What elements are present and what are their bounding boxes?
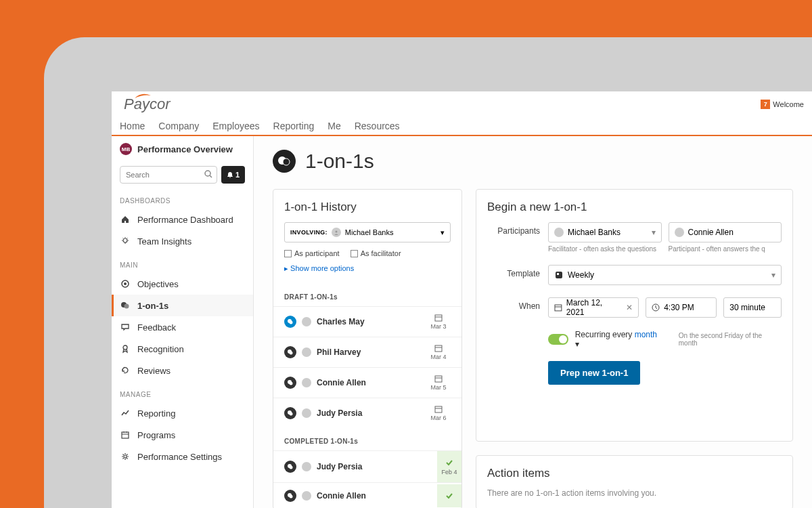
brand-logo: Paycor — [120, 96, 170, 113]
nav-company[interactable]: Company — [158, 121, 199, 131]
svg-rect-36 — [435, 406, 442, 412]
when-row: When March 12, 2021 ✕ 4:30 PM 30 minut — [487, 297, 782, 318]
nav-employees[interactable]: Employees — [212, 121, 259, 131]
recurring-text: Recurring every month ▾ — [575, 330, 662, 349]
welcome-area[interactable]: 7 Welcome — [761, 100, 804, 109]
svg-line-6 — [123, 238, 124, 239]
template-label: Template — [487, 265, 540, 278]
chat-bubble-icon — [284, 316, 296, 328]
sidebar-item-label: Reviews — [137, 366, 171, 376]
svg-point-39 — [290, 466, 293, 469]
recurring-toggle[interactable] — [548, 334, 568, 345]
participants-label: Participants — [487, 222, 540, 236]
recurring-prefix: Recurring every — [575, 330, 635, 339]
sidebar-item-label: Programs — [137, 430, 175, 440]
svg-rect-14 — [122, 432, 129, 438]
caret-down-icon: ▾ — [441, 228, 445, 237]
history-row[interactable]: Charles May Mar 3 — [273, 306, 461, 337]
calendar-icon — [120, 429, 131, 440]
sidebar-item-label: Reporting — [137, 408, 175, 419]
facilitator-select[interactable]: Michael Banks ▾ — [548, 222, 662, 242]
target-icon — [120, 278, 131, 289]
template-row: Template Weekly ▾ — [487, 265, 782, 285]
svg-rect-44 — [555, 305, 562, 311]
trend-icon — [120, 408, 131, 419]
history-row[interactable]: Phil Harvey Mar 4 — [273, 337, 461, 367]
avatar-icon — [554, 228, 564, 237]
nav-reporting[interactable]: Reporting — [273, 121, 315, 131]
welcome-text: Welcome — [773, 100, 804, 108]
caret-down-icon: ▾ — [652, 228, 656, 237]
section-manage: MANAGE — [112, 381, 253, 402]
action-items-panel: Action items There are no 1-on-1 action … — [476, 455, 793, 508]
sidebar-item-performance-settings[interactable]: Performance Settings — [112, 446, 253, 467]
history-row[interactable]: Connie Allen Mar 5 — [273, 367, 461, 398]
history-row[interactable]: Judy Persia Mar 6 — [273, 398, 461, 428]
svg-line-7 — [127, 238, 128, 239]
clock-icon — [652, 303, 660, 312]
prep-1on1-button[interactable]: Prep new 1-on-1 — [548, 361, 640, 385]
sidebar-item-1on1s[interactable]: 1-on-1s — [112, 295, 253, 316]
recurring-period-link[interactable]: month — [635, 330, 657, 339]
show-more-link[interactable]: ▸ Show more options — [284, 264, 451, 273]
nav-home[interactable]: Home — [120, 121, 145, 131]
search-input-wrap[interactable] — [120, 166, 217, 184]
participant-select[interactable]: Connie Allen — [669, 222, 782, 242]
sidebar-item-performance-dashboard[interactable]: Performance Dashboard — [112, 209, 253, 230]
search-input[interactable] — [126, 167, 211, 183]
submit-row: Prep new 1-on-1 — [487, 361, 782, 385]
date-input[interactable]: March 12, 2021 ✕ — [548, 297, 639, 318]
checkbox-facilitator[interactable]: As facilitator — [351, 249, 401, 257]
content-wrap: MB Performance Overview 1 DASHBOARDS Per… — [112, 136, 812, 508]
involving-select[interactable]: INVOLVING: Michael Banks ▾ — [284, 222, 451, 242]
sidebar-item-label: Performance Settings — [137, 452, 222, 462]
svg-rect-28 — [435, 345, 442, 352]
nav-me[interactable]: Me — [328, 121, 340, 131]
check-icon — [445, 491, 454, 501]
sidebar-item-label: Performance Dashboard — [137, 215, 233, 225]
person-name: Connie Allen — [317, 378, 421, 387]
chat-bubble-icon — [284, 377, 296, 389]
sidebar-item-label: 1-on-1s — [137, 301, 168, 311]
nav-resources[interactable]: Resources — [355, 121, 400, 131]
svg-point-35 — [290, 412, 293, 416]
search-icon — [204, 170, 212, 178]
checkbox-label: As participant — [294, 249, 340, 257]
avatar-icon — [332, 228, 341, 237]
sidebar-header: MB Performance Overview — [112, 136, 253, 162]
bell-icon — [227, 171, 233, 178]
sidebar-item-reviews[interactable]: Reviews — [112, 360, 253, 381]
checkbox-participant[interactable]: As participant — [284, 249, 340, 257]
participant-name: Connie Allen — [688, 228, 734, 237]
sidebar-item-objectives[interactable]: Objectives — [112, 273, 253, 295]
duration-input[interactable]: 30 minute — [723, 297, 782, 318]
app-screen: Paycor 7 Welcome Home Company Employees … — [112, 91, 812, 508]
date-cell: Mar 5 — [426, 375, 451, 391]
history-row[interactable]: Judy Persia Feb 4 — [273, 450, 461, 482]
facilitator-name: Michael Banks — [568, 228, 621, 237]
date-text: Mar 6 — [430, 415, 446, 421]
avatar-icon — [302, 462, 311, 471]
sidebar-item-reporting[interactable]: Reporting — [112, 402, 253, 424]
person-name: Judy Persia — [317, 408, 421, 418]
duration-value: 30 minute — [729, 303, 765, 312]
sidebar-item-team-insights[interactable]: Team Insights — [112, 230, 253, 252]
avatar-icon — [675, 228, 684, 237]
top-bar: Paycor 7 Welcome — [112, 91, 812, 117]
time-input[interactable]: 4:30 PM — [646, 297, 717, 318]
main-content: 1-on-1s 1-on-1 History INVOLVING: Michae… — [254, 136, 812, 508]
svg-point-27 — [290, 352, 293, 355]
participant-hint: Participant - often answers the q — [669, 245, 782, 253]
clear-icon[interactable]: ✕ — [626, 303, 633, 312]
chat-bubble-icon — [284, 461, 296, 473]
svg-point-12 — [125, 304, 129, 309]
sidebar-item-recognition[interactable]: Recognition — [112, 338, 253, 360]
notification-badge[interactable]: 1 — [221, 166, 245, 184]
history-row[interactable]: Connie Allen — [273, 482, 461, 508]
logo-swoosh-icon — [135, 93, 151, 100]
sidebar-item-programs[interactable]: Programs — [112, 424, 253, 446]
sidebar-item-feedback[interactable]: Feedback — [112, 316, 253, 338]
sidebar-item-label: Team Insights — [137, 236, 191, 247]
template-select[interactable]: Weekly ▾ — [548, 265, 782, 285]
caret-down-icon: ▾ — [771, 270, 775, 280]
